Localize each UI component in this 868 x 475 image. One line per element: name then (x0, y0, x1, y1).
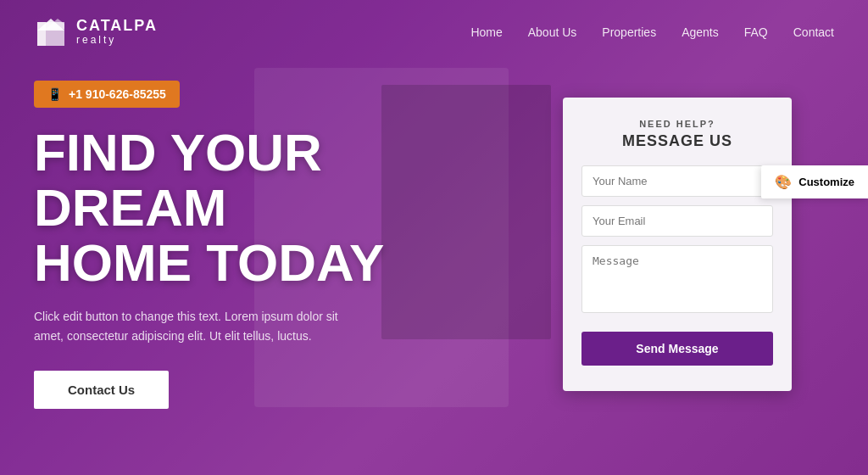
form-panel: NEED HELP? MESSAGE US Send Message (563, 98, 792, 391)
palette-icon: 🎨 (775, 174, 792, 190)
navbar: CATALPA realty Home About Us Properties … (0, 0, 868, 64)
customize-label: Customize (798, 176, 854, 188)
phone-icon: 📱 (47, 87, 62, 101)
nav-faq[interactable]: FAQ (744, 25, 768, 40)
email-field-group (581, 205, 773, 237)
logo-icon (34, 15, 68, 49)
nav-contact[interactable]: Contact (793, 25, 834, 40)
brand-name: CATALPA (76, 18, 158, 35)
nav-properties[interactable]: Properties (602, 25, 656, 40)
nav-home[interactable]: Home (470, 25, 502, 40)
email-input[interactable] (581, 205, 773, 237)
need-help-label: NEED HELP? (581, 119, 773, 129)
hero-subtext: Click edit button to change this text. L… (34, 307, 356, 345)
phone-badge[interactable]: 📱 +1 910-626-85255 (34, 81, 180, 108)
nav-about[interactable]: About Us (528, 25, 577, 40)
brand-sub: realty (76, 35, 158, 46)
message-input[interactable] (581, 245, 773, 313)
message-us-title: MESSAGE US (581, 132, 773, 150)
logo-text: CATALPA realty (76, 18, 158, 46)
nav-links: Home About Us Properties Agents FAQ Cont… (470, 25, 834, 40)
customize-button[interactable]: 🎨 Customize (761, 165, 868, 198)
hero-content: 📱 +1 910-626-85255 FIND YOUR DREAM HOME … (0, 64, 458, 409)
headline-line1: FIND YOUR DREAM (34, 123, 322, 237)
logo: CATALPA realty (34, 15, 158, 49)
nav-agents[interactable]: Agents (682, 25, 719, 40)
hero-headline: FIND YOUR DREAM HOME TODAY (34, 125, 424, 290)
headline-line2: HOME TODAY (34, 233, 384, 292)
phone-number: +1 910-626-85255 (69, 87, 166, 101)
name-input[interactable] (581, 165, 773, 197)
name-field-group (581, 165, 773, 197)
send-message-button[interactable]: Send Message (581, 332, 773, 366)
message-field-group (581, 245, 773, 316)
contact-us-button[interactable]: Contact Us (34, 371, 169, 409)
